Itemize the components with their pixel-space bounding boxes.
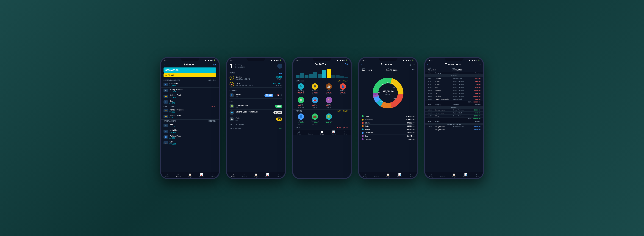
tx-transfer-2[interactable]: Money Pro Bank $2,200.00 xyxy=(425,128,483,131)
tab-4-budget[interactable]: 📋Budget xyxy=(382,173,394,178)
car-budget: $200.00 xyxy=(312,107,317,108)
account-cash[interactable]: $ Cash $4,020 xyxy=(161,99,219,105)
clock-icon[interactable]: ⏰ xyxy=(277,94,280,96)
p4-more-btn[interactable]: ••• xyxy=(412,68,414,71)
tx-furniture[interactable]: 7/1/23 Furniture / Accessories National … xyxy=(425,98,483,101)
tab-3-more[interactable]: ⋯More xyxy=(339,130,351,135)
cat-travelling[interactable]: ✈ Travelling $10,800.00 $10,000.00 xyxy=(294,83,308,95)
account-national-bank[interactable]: 💳 National Bank $15,410 xyxy=(161,93,219,99)
paid-interest[interactable]: 💹 Interest income Aug 1 $400 xyxy=(230,103,282,110)
cat-salary[interactable]: 👤 Salary $6,000.00 $6,000.00 xyxy=(294,113,308,125)
transfer-icon: 💶 xyxy=(230,111,234,115)
legend-travelling[interactable]: Travelling $10,800.00 xyxy=(362,118,414,121)
cat-clothing[interactable]: 👗 Clothing $788.00 $1,400.00 xyxy=(336,83,349,95)
legend-clothing[interactable]: Clothing $9,838.00 xyxy=(362,121,414,124)
tab-1-budget[interactable]: 📋Budget xyxy=(184,173,196,178)
tab-3-today[interactable]: ◻Today xyxy=(293,130,305,135)
asset-parking[interactable]: 🅿 Parking Place $8,900 xyxy=(161,134,219,140)
check-icon[interactable]: ✓ xyxy=(275,94,276,96)
p3-prev-btn[interactable]: ‹ xyxy=(296,63,296,66)
col-date: Date xyxy=(428,72,435,74)
tab-5-budget[interactable]: 📋Budget xyxy=(448,173,460,178)
cat-cafe[interactable]: ☕ Cafe $800.00 $1,000.00 xyxy=(322,83,335,95)
tab-3-budget[interactable]: 📋Budget xyxy=(316,130,328,135)
delete-icon[interactable]: 🗑 xyxy=(280,94,282,96)
p3-title[interactable]: Jul 2023 ▾ xyxy=(315,63,326,66)
tab-5-more[interactable]: ⋯More xyxy=(471,173,483,178)
tx-clothing-2[interactable]: 7/12/23 Clothing Money Pro Bank $38.00 xyxy=(425,83,483,86)
tab-5-balance[interactable]: ⚖Balance xyxy=(437,173,448,178)
cat-business[interactable]: 💼 Business in... $3,600.00 $4,000.00 xyxy=(308,113,321,125)
account-cash-euro[interactable]: € Cash Euro €2,372.97 xyxy=(161,82,219,88)
tab-4-balance[interactable]: ⚖Balance xyxy=(371,173,382,178)
paid-cafe[interactable]: ☕ Cafe Aug 1 $74 xyxy=(230,116,282,122)
tab-1-balance[interactable]: ⚖Balance xyxy=(173,173,184,178)
p3-edit-btn[interactable]: Edit xyxy=(345,63,348,65)
funnel-icon-4[interactable]: ▽ xyxy=(413,63,415,66)
paid-transfer[interactable]: 💶 National Bank > Cash Euro Aug 1 $2,500 xyxy=(230,110,282,116)
filter-icon-4[interactable]: ▤ xyxy=(410,63,412,66)
cat-home[interactable]: 🏠 Home $650.00 $1,500.00 xyxy=(294,96,308,109)
cat-car[interactable]: 🚗 Car $247.00 $200.00 xyxy=(308,96,321,109)
tab-5-today[interactable]: ◻Today xyxy=(425,173,437,178)
legend-car[interactable]: Car $1,447.00 xyxy=(362,134,414,138)
tx-education[interactable]: 7/9/23 Education Money Pro Bank $1,000.0… xyxy=(425,89,483,92)
p5-scroll[interactable]: Expense 7/30/23 Electricity National Ban… xyxy=(425,74,483,172)
legend-cafe[interactable]: Cafe $5,674.00 xyxy=(362,124,414,128)
tab-2-today[interactable]: ◻Today xyxy=(227,173,239,178)
tab-3-reports[interactable]: 📊Reports xyxy=(328,130,340,135)
tab-2-budget[interactable]: 📋Budget xyxy=(250,173,262,178)
p5-back-btn[interactable]: ‹ xyxy=(427,63,428,66)
tab-1-reports[interactable]: 📊Reports xyxy=(196,173,208,178)
share-icon-5[interactable]: ↑ xyxy=(476,63,478,66)
p5-more-btn[interactable]: ••• xyxy=(478,68,480,70)
planned-salary[interactable]: 👤 Salary Aug 1 $6,000 ✓ ⏰ 🗑 xyxy=(230,92,282,99)
tx-clothing-1[interactable]: 7/26/23 Clothing Money Pro Bank $700.00 xyxy=(425,80,483,83)
tx-cafe[interactable]: 7/10/23 Cafe Money Pro Bank $800.00 xyxy=(425,86,483,89)
asset-car[interactable]: 🚗 Car $50,000 xyxy=(161,140,219,146)
p1-share-btn[interactable]: ↑ xyxy=(164,63,165,66)
p2-scroll[interactable]: GOALS Add ⊘ No debt Last 30 days: $1,462… xyxy=(227,71,285,172)
asset-motorbike[interactable]: 🏍 Motorbike $14,400 xyxy=(161,128,219,134)
asset-bike[interactable]: 🚲 Bike $1,000 xyxy=(161,122,219,128)
goal-no-debt[interactable]: ⊘ No debt Last 30 days: $1,462 $95,309 $… xyxy=(230,75,282,81)
tx-electricity[interactable]: 7/30/23 Electricity National Bank $120.0… xyxy=(425,77,483,80)
tx-interest-income[interactable]: 7/15/23 Interest income National Bank $4… xyxy=(425,112,483,115)
account-credit-mp[interactable]: 💳 Money Pro Bank $5,031 xyxy=(161,108,219,114)
p2-add-btn[interactable]: + xyxy=(277,64,282,69)
cat-education[interactable]: 🎓 Education $1,000.00 $1,000.00 xyxy=(308,83,321,95)
legend-utilities[interactable]: Utilities $720.00 xyxy=(362,138,414,141)
parking-icon: 🅿 xyxy=(164,135,168,138)
tab-2-balance[interactable]: ⚖Balance xyxy=(239,173,250,178)
p2-add-label[interactable]: Add xyxy=(279,72,282,75)
tab-1-today[interactable]: ◻Today xyxy=(161,173,173,178)
p1-balance-primary[interactable]: $390,488.23 xyxy=(164,67,216,73)
tab-4-reports[interactable]: 📊Reports xyxy=(394,173,406,178)
yacht-info: Yacht Last 30 days: -$11,241.5 xyxy=(236,82,273,86)
tab-4-today[interactable]: ◻Today xyxy=(359,173,371,178)
tx-transfer-1[interactable]: 7/24/23 Money Pro Bank Money Pro Bank $2… xyxy=(425,125,483,128)
tx-salary[interactable]: 7/1/23 Salary Money Pro Bank $6,000.00 xyxy=(425,115,483,118)
legend-home[interactable]: Home $3,050.00 xyxy=(362,128,414,131)
cat-interest[interactable]: 💹 Interest inc... $400.00 $400.00 xyxy=(322,113,335,125)
tab-2-more[interactable]: ⋯More xyxy=(273,173,285,178)
cat-utilities[interactable]: ⚡ Utilities $120.00 $160.00 xyxy=(322,96,335,109)
tab-1-more[interactable]: ⋯More xyxy=(207,173,219,178)
p4-back-btn[interactable]: ‹ xyxy=(361,63,362,66)
goal-yacht[interactable]: ⛵ Yacht Last 30 days: -$11,241.5 $56,188… xyxy=(230,81,282,88)
filter-icon-5[interactable]: ▽ xyxy=(480,63,481,66)
p1-edit-btn[interactable]: Edit xyxy=(212,63,216,66)
tx-fuel[interactable]: 7/7/23 Fuel Money Pro Bank $247.00 xyxy=(425,92,483,95)
legend-debt[interactable]: Debt $14,000.00 xyxy=(362,115,414,118)
legend-education[interactable]: Education $3,000.00 xyxy=(362,131,414,134)
account-credit-nb[interactable]: 💳 National Bank $340 xyxy=(161,114,219,119)
p1-scroll[interactable]: PAYMENT ACCOUNTS $39,715.03 € Cash Euro … xyxy=(161,79,219,172)
tab-5-reports[interactable]: 📊Reports xyxy=(460,173,472,178)
tx-travelling[interactable]: 7/5/23 Travelling Money Pro Bank $10,800… xyxy=(425,95,483,98)
tx-business-income[interactable]: 7/20/23 Business income Money Pro Bank $… xyxy=(425,109,483,112)
tab-4-more[interactable]: ⋯More xyxy=(405,173,417,178)
tab-3-balance[interactable]: ⚖Balance xyxy=(305,130,316,135)
tab-2-reports[interactable]: 📊Reports xyxy=(262,173,274,178)
p1-title: Balance xyxy=(184,63,194,66)
account-money-pro[interactable]: 🏦 Money Pro Bank $17,679 xyxy=(161,88,219,93)
